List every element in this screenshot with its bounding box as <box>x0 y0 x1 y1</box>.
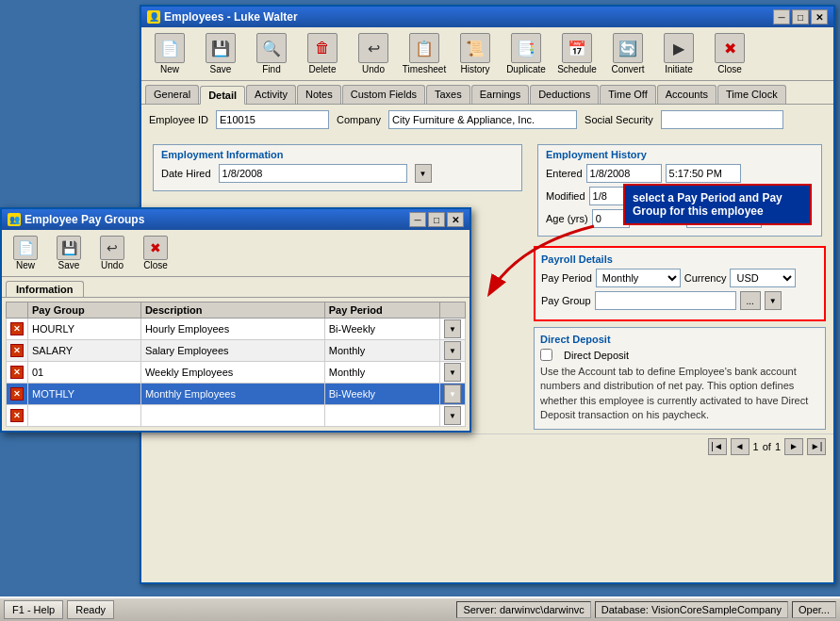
row-3-dropdown[interactable]: ▼ <box>444 363 461 382</box>
next-page-button[interactable]: ► <box>784 438 803 455</box>
main-close-button[interactable]: ✖ Close <box>705 30 754 77</box>
col-delete <box>7 302 28 319</box>
pay-period-cell-4: Bi-Weekly <box>324 384 439 405</box>
dialog-tab-information[interactable]: Information <box>6 281 84 297</box>
dialog-new-label: New <box>16 260 35 270</box>
entered-time-input <box>666 164 741 183</box>
initiate-button[interactable]: ▶ Initiate <box>654 30 703 77</box>
first-page-button[interactable]: |◄ <box>708 438 727 455</box>
tab-taxes[interactable]: Taxes <box>426 85 470 104</box>
tab-deductions[interactable]: Deductions <box>530 85 599 104</box>
pay-period-select[interactable]: Monthly Bi-Weekly Weekly <box>596 269 681 287</box>
delete-row-1-button[interactable]: ✕ <box>10 322 24 335</box>
dialog-icon: 👥 <box>8 213 21 226</box>
tab-notes[interactable]: Notes <box>297 85 341 104</box>
tab-earnings[interactable]: Earnings <box>471 85 529 104</box>
initiate-label: Initiate <box>665 64 692 74</box>
row-2-dropdown[interactable]: ▼ <box>444 341 461 360</box>
timesheet-button[interactable]: 📋 Timesheet <box>400 30 449 77</box>
dialog-new-icon: 📄 <box>13 236 38 260</box>
dialog-undo-button[interactable]: ↩ Undo <box>92 233 132 273</box>
entered-input[interactable] <box>586 164 662 183</box>
delete-row-3-button[interactable]: ✕ <box>10 366 24 379</box>
page-total: 1 <box>775 441 781 452</box>
description-cell-2: Salary Employees <box>140 340 324 362</box>
delete-button[interactable]: 🗑 Delete <box>298 30 347 77</box>
taskbar: F1 - Help Ready Server: darwinvc\darwinv… <box>0 596 840 621</box>
new-button[interactable]: 📄 New <box>145 30 194 77</box>
find-button[interactable]: 🔍 Find <box>247 30 296 77</box>
duplicate-button[interactable]: 📑 Duplicate <box>502 30 551 77</box>
dialog-new-button[interactable]: 📄 New <box>6 233 45 273</box>
dialog-close-toolbar-icon: ✖ <box>143 236 168 260</box>
tab-activity[interactable]: Activity <box>246 85 296 104</box>
modified-label: Modified <box>546 190 585 202</box>
date-hired-input[interactable] <box>219 164 407 183</box>
dialog-table-container: Pay Group Description Pay Period ✕ HOURL… <box>2 298 469 431</box>
tab-detail[interactable]: Detail <box>200 86 245 105</box>
table-row-selected[interactable]: ✕ MOTHLY Monthly Employees Bi-Weekly ▼ <box>7 384 466 405</box>
row-1-dropdown[interactable]: ▼ <box>444 319 461 338</box>
dialog-undo-icon: ↩ <box>100 236 124 260</box>
undo-button[interactable]: ↩ Undo <box>349 30 398 77</box>
undo-label: Undo <box>362 64 385 74</box>
employee-id-input[interactable] <box>216 110 329 129</box>
page-current: 1 <box>753 441 759 452</box>
dialog-save-icon: 💾 <box>57 236 81 260</box>
last-page-button[interactable]: ►| <box>807 438 826 455</box>
close-window-button[interactable]: ✕ <box>811 9 828 25</box>
dialog-close-toolbar-button[interactable]: ✖ Close <box>136 233 175 273</box>
save-button[interactable]: 💾 Save <box>196 30 245 77</box>
tab-time-clock[interactable]: Time Clock <box>717 85 786 104</box>
delete-row-4-button[interactable]: ✕ <box>10 387 24 400</box>
help-button[interactable]: F1 - Help <box>4 600 63 619</box>
history-button[interactable]: 📜 History <box>451 30 500 77</box>
main-tabs: General Detail Activity Notes Custom Fie… <box>141 81 833 105</box>
row-4-dropdown[interactable]: ▼ <box>444 384 461 403</box>
social-security-label: Social Security <box>585 114 653 125</box>
convert-button[interactable]: 🔄 Convert <box>603 30 652 77</box>
pay-group-cell-4: MOTHLY <box>28 384 141 405</box>
pay-group-input[interactable] <box>595 291 736 310</box>
tab-accounts[interactable]: Accounts <box>657 85 716 104</box>
convert-icon: 🔄 <box>613 33 643 63</box>
status-button: Ready <box>67 600 114 619</box>
direct-deposit-description: Use the Account tab to define Employee's… <box>540 365 819 423</box>
company-input[interactable] <box>388 110 577 129</box>
prev-page-button[interactable]: ◄ <box>731 438 749 455</box>
dialog-save-button[interactable]: 💾 Save <box>49 233 89 273</box>
tab-custom-fields[interactable]: Custom Fields <box>342 85 425 104</box>
table-row: ✕ 01 Weekly Employees Monthly ▼ <box>7 362 466 384</box>
row-5-dropdown[interactable]: ▼ <box>444 406 461 425</box>
minimize-button[interactable]: ─ <box>773 9 790 25</box>
schedule-label: Schedule <box>557 64 597 74</box>
new-label: New <box>160 64 179 74</box>
pay-group-browse-button[interactable]: ... <box>740 291 761 310</box>
currency-select[interactable]: USD <box>730 269 796 287</box>
delete-row-5-button[interactable]: ✕ <box>10 409 24 422</box>
date-hired-label: Date Hired <box>161 168 211 179</box>
tab-time-off[interactable]: Time Off <box>600 85 656 104</box>
window-controls: ─ □ ✕ <box>773 9 828 25</box>
direct-deposit-checkbox[interactable] <box>540 349 552 361</box>
open-status: Oper... <box>792 601 836 618</box>
delete-row-2-button[interactable]: ✕ <box>10 344 24 357</box>
dialog-maximize-button[interactable]: □ <box>428 212 445 227</box>
pay-group-dropdown[interactable]: ▼ <box>765 291 782 310</box>
initiate-icon: ▶ <box>664 33 694 63</box>
maximize-button[interactable]: □ <box>792 9 809 25</box>
currency-label: Currency <box>684 272 727 284</box>
social-security-input[interactable] <box>661 110 783 129</box>
col-description: Description <box>140 302 324 319</box>
pay-groups-dialog: 👥 Employee Pay Groups ─ □ ✕ 📄 New 💾 Save… <box>0 207 471 433</box>
date-hired-dropdown[interactable]: ▼ <box>415 164 432 183</box>
dialog-minimize-button[interactable]: ─ <box>409 212 426 227</box>
dialog-close-button[interactable]: ✕ <box>447 212 464 227</box>
schedule-button[interactable]: 📅 Schedule <box>552 30 601 77</box>
convert-label: Convert <box>611 64 644 74</box>
tab-general[interactable]: General <box>145 85 199 104</box>
duplicate-icon: 📑 <box>511 33 541 63</box>
pay-period-label: Pay Period <box>541 272 592 284</box>
dialog-close-toolbar-label: Close <box>143 260 168 270</box>
description-cell-5 <box>140 405 324 427</box>
